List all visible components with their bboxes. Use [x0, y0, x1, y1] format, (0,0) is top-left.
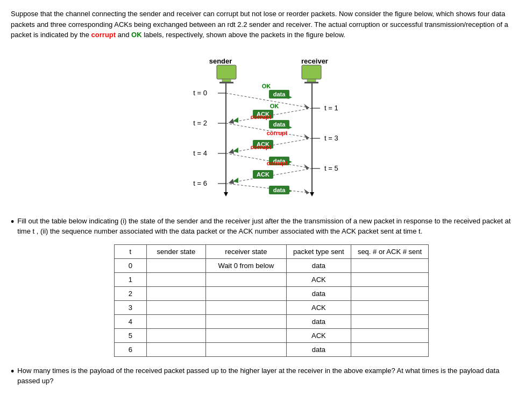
- bullet1-text: Fill out the table below indicating (i) …: [17, 216, 521, 237]
- svg-rect-5: [304, 82, 318, 83]
- intro-text: Suppose that the channel connecting the …: [11, 9, 521, 40]
- corrupt-label-ack2: corrupt: [266, 130, 287, 136]
- intro-text-part3: labels, respectively, shown above the pa…: [142, 31, 345, 39]
- cell-r1-c4: [351, 272, 428, 286]
- data-box-1: data: [273, 91, 286, 97]
- intro-text-part2: and: [116, 31, 131, 39]
- cell-r1-c3: ACK: [286, 272, 351, 286]
- diagram-container: sender receiver t = 0 t = 1 t = 2 t = 3 …: [11, 50, 521, 206]
- table-row: 1ACK: [114, 272, 428, 286]
- cell-r0-c1: [146, 258, 205, 272]
- data-box-4: data: [273, 187, 286, 193]
- bullet2-dot: •: [11, 365, 14, 378]
- cell-r1-c0: 1: [114, 272, 146, 286]
- t1-label: t = 1: [324, 104, 338, 112]
- corrupt-word: corrupt: [91, 31, 116, 39]
- t3-label: t = 3: [324, 134, 338, 142]
- cell-r2-c0: 2: [114, 286, 146, 300]
- svg-rect-3: [302, 65, 321, 79]
- cell-r6-c3: data: [286, 342, 351, 356]
- header-sender: sender state: [146, 244, 205, 258]
- table-row: 0Wait 0 from belowdata: [114, 258, 428, 272]
- cell-r0-c0: 0: [114, 258, 146, 272]
- table-row: 2data: [114, 286, 428, 300]
- bullet2-section: • How many times is the payload of the r…: [11, 365, 521, 386]
- cell-r2-c2: [205, 286, 286, 300]
- cell-r3-c0: 3: [114, 300, 146, 314]
- corrupt-label-3: corrupt: [250, 144, 271, 150]
- t4-label: t = 4: [193, 149, 207, 157]
- svg-marker-18: [304, 104, 309, 109]
- t0-label: t = 0: [193, 89, 207, 97]
- cell-r6-c2: [205, 342, 286, 356]
- svg-line-17: [226, 93, 309, 108]
- cell-r3-c1: [146, 300, 205, 314]
- t5-label: t = 5: [324, 164, 338, 172]
- svg-marker-9: [310, 192, 314, 196]
- header-t: t: [114, 244, 146, 258]
- cell-r0-c2: Wait 0 from below: [205, 258, 286, 272]
- t6-label: t = 6: [193, 179, 207, 187]
- svg-line-41: [226, 184, 309, 193]
- t2-label: t = 2: [193, 119, 207, 127]
- svg-rect-2: [219, 82, 233, 83]
- cell-r0-c3: data: [286, 258, 351, 272]
- cell-r4-c0: 4: [114, 314, 146, 328]
- ack-box-3: ACK: [257, 171, 269, 178]
- svg-rect-1: [222, 79, 231, 82]
- ok-word: OK: [131, 31, 142, 39]
- svg-marker-26: [304, 134, 309, 139]
- cell-r2-c4: [351, 286, 428, 300]
- sender-label: sender: [209, 57, 232, 65]
- cell-r4-c4: [351, 314, 428, 328]
- table-wrapper: t sender state receiver state packet typ…: [22, 244, 521, 357]
- header-receiver: receiver state: [205, 244, 286, 258]
- header-packet: packet type sent: [286, 244, 351, 258]
- state-table: t sender state receiver state packet typ…: [114, 244, 429, 357]
- corrupt-label-2: corrupt: [250, 114, 271, 120]
- table-row: 6data: [114, 342, 428, 356]
- svg-rect-4: [307, 79, 316, 82]
- data-box-2: data: [273, 121, 286, 128]
- cell-r4-c2: [205, 314, 286, 328]
- svg-rect-0: [217, 65, 236, 79]
- table-row: 3ACK: [114, 300, 428, 314]
- cell-r3-c2: [205, 300, 286, 314]
- cell-r5-c2: [205, 328, 286, 342]
- cell-r5-c1: [146, 328, 205, 342]
- header-seq: seq. # or ACK # sent: [351, 244, 428, 258]
- timing-diagram: sender receiver t = 0 t = 1 t = 2 t = 3 …: [143, 50, 390, 206]
- cell-r6-c0: 6: [114, 342, 146, 356]
- cell-r5-c0: 5: [114, 328, 146, 342]
- ok-label-ack1: OK: [269, 103, 279, 109]
- corrupt-label-ack3: corrupt: [266, 160, 287, 166]
- cell-r5-c3: ACK: [286, 328, 351, 342]
- cell-r4-c1: [146, 314, 205, 328]
- cell-r0-c4: [351, 258, 428, 272]
- cell-r1-c2: [205, 272, 286, 286]
- ok-label-1: OK: [261, 83, 271, 89]
- bullet1-dot: •: [11, 216, 14, 228]
- cell-r2-c3: data: [286, 286, 351, 300]
- cell-r5-c4: [351, 328, 428, 342]
- cell-r2-c1: [146, 286, 205, 300]
- cell-r3-c4: [351, 300, 428, 314]
- cell-r3-c3: ACK: [286, 300, 351, 314]
- bullet2-text: How many times is the payload of the rec…: [17, 365, 521, 386]
- table-row: 4data: [114, 314, 428, 328]
- cell-r6-c4: [351, 342, 428, 356]
- table-row: 5ACK: [114, 328, 428, 342]
- svg-marker-8: [224, 192, 228, 196]
- receiver-label: receiver: [301, 57, 328, 65]
- cell-r6-c1: [146, 342, 205, 356]
- bullet1-section: • Fill out the table below indicating (i…: [11, 216, 521, 237]
- svg-marker-42: [304, 189, 309, 194]
- cell-r4-c3: data: [286, 314, 351, 328]
- svg-marker-34: [304, 164, 309, 170]
- cell-r1-c1: [146, 272, 205, 286]
